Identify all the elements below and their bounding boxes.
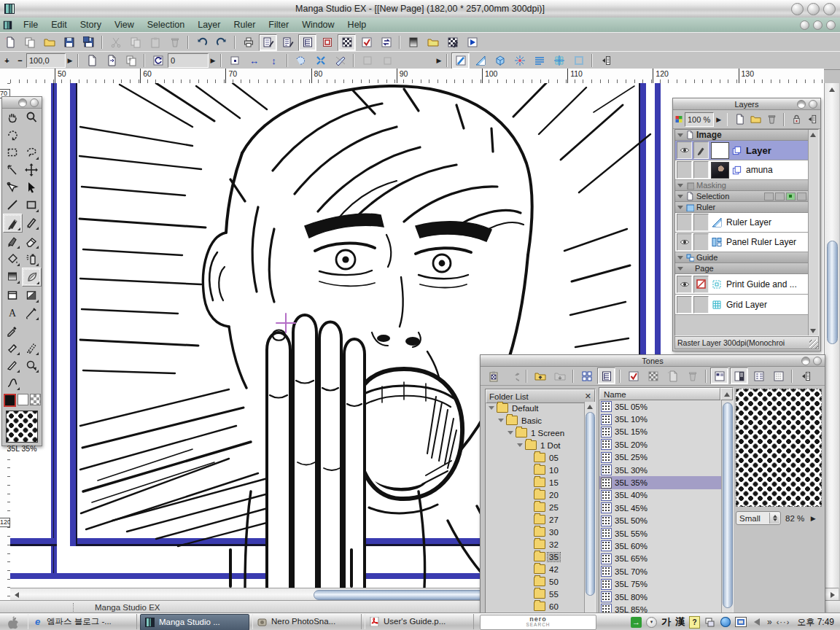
more-tools-arrow[interactable]: ▶ — [435, 55, 443, 66]
collapse-triangle-icon[interactable] — [677, 184, 683, 187]
layer-row-grid-layer[interactable]: Grid Layer — [675, 295, 809, 315]
maximize-button[interactable] — [807, 3, 820, 15]
toggle-navigator-button[interactable] — [318, 34, 336, 51]
layer-row-ruler-layer[interactable]: Ruler Layer — [675, 213, 809, 233]
white-swatch[interactable] — [18, 394, 28, 405]
selection-chip[interactable] — [797, 192, 806, 201]
new-tone-button[interactable] — [664, 368, 682, 384]
tree-expander-icon[interactable] — [489, 406, 494, 410]
panel-cutter-tool[interactable] — [22, 287, 40, 304]
tree-node[interactable]: 05 — [486, 451, 585, 464]
nero-search-deskband[interactable]: nero SEARCH — [480, 615, 596, 630]
toolbar-panel-button[interactable] — [596, 52, 615, 69]
set-square-button[interactable] — [471, 52, 489, 69]
paste-tone-button[interactable] — [484, 368, 502, 384]
show-preview-button[interactable] — [730, 368, 748, 384]
tree-expander-icon[interactable] — [526, 529, 532, 534]
rotation-presets-arrow[interactable]: ▶ — [209, 55, 217, 66]
tree-node[interactable]: 1 Dot — [486, 439, 585, 451]
visibility-toggle[interactable] — [677, 141, 692, 159]
line-tool[interactable] — [3, 196, 21, 214]
tone-list-item[interactable]: 35L 35% — [599, 476, 722, 489]
palette-close-button[interactable] — [30, 98, 39, 107]
tree-expander-icon[interactable] — [526, 480, 532, 485]
palette-collapse-button[interactable] — [18, 98, 27, 107]
flip-vertical-button[interactable]: ↕ — [265, 52, 283, 69]
tree-node[interactable]: 35 — [486, 551, 585, 563]
menu-item[interactable]: Layer — [191, 20, 227, 30]
tree-expander-icon[interactable] — [526, 517, 532, 522]
tree-node[interactable]: 25 — [486, 501, 585, 513]
pages-button[interactable] — [122, 52, 140, 69]
tray-chevron-icon[interactable]: » — [767, 617, 772, 627]
menu-item[interactable]: Ruler — [227, 20, 262, 30]
toggle-properties-button[interactable] — [357, 34, 376, 51]
tree-node[interactable]: Default — [486, 402, 585, 414]
pencil-tool[interactable] — [22, 214, 40, 231]
rotation-value-field[interactable]: 0 — [168, 53, 209, 68]
tray-volume-icon[interactable] — [751, 616, 763, 628]
layer-select-tool[interactable] — [22, 179, 40, 196]
start-button[interactable] — [0, 615, 25, 629]
undo-button[interactable] — [192, 34, 211, 51]
list-view-button[interactable] — [597, 368, 615, 384]
layer-row-panel-ruler-layer[interactable]: Panel Ruler Layer — [675, 233, 809, 252]
tree-expander-icon[interactable] — [526, 554, 532, 559]
draw-toggle[interactable] — [693, 161, 709, 179]
taskbar-button[interactable]: Nero PhotoSna... — [252, 614, 362, 629]
black-swatch[interactable] — [4, 394, 16, 407]
delete-tone-button[interactable] — [683, 368, 701, 384]
tray-window-icon[interactable] — [704, 616, 716, 628]
draw-toggle[interactable] — [693, 141, 709, 159]
toggle-tones-palette-button[interactable] — [338, 34, 356, 51]
redo-button[interactable] — [212, 34, 230, 51]
scroll-up-arrow[interactable] — [585, 402, 594, 411]
spinner-icon[interactable] — [769, 513, 779, 524]
opacity-presets-arrow[interactable]: ▶ — [715, 114, 723, 125]
current-tone-swatch[interactable] — [6, 411, 38, 443]
new-layer-button[interactable] — [733, 111, 746, 128]
eyedropper-tool[interactable] — [3, 322, 21, 339]
layer-row-amuna[interactable]: amuna — [675, 160, 809, 180]
eraser-tool[interactable] — [22, 233, 40, 250]
folder-tree-scrollbar[interactable] — [584, 402, 595, 626]
ungroup-button[interactable] — [378, 52, 396, 69]
folder-up-button[interactable] — [531, 368, 549, 384]
tone-list-scrollbar[interactable] — [721, 400, 733, 626]
layer-opacity-field[interactable]: 100 % — [685, 112, 714, 127]
vertical-scroll-thumb[interactable] — [827, 241, 838, 344]
layer-color-icon[interactable] — [674, 114, 683, 125]
collapse-triangle-icon[interactable] — [677, 133, 683, 137]
copy-button[interactable] — [126, 34, 144, 51]
selection-chip-active[interactable] — [786, 192, 796, 201]
tone-sample-button[interactable] — [644, 368, 662, 384]
selection-convert-button[interactable] — [311, 52, 330, 69]
tones-panel-button[interactable] — [796, 368, 814, 384]
panel-tool[interactable] — [3, 287, 21, 304]
zoom-presets-arrow[interactable]: ▶ — [66, 55, 74, 66]
tone-list-item[interactable]: 35L 60% — [599, 540, 722, 552]
layers-scrollbar[interactable] — [808, 130, 818, 335]
ime-help-icon[interactable]: ? — [689, 616, 700, 629]
rotate-tone-button[interactable] — [504, 368, 522, 384]
tray-launch-icon[interactable]: → — [631, 617, 642, 628]
tree-expander-icon[interactable] — [526, 591, 532, 596]
knife-tool[interactable] — [3, 357, 21, 374]
tray-globe-icon[interactable] — [720, 617, 731, 627]
selection-filter-button[interactable] — [331, 52, 349, 69]
text-tool[interactable]: A — [3, 304, 21, 322]
scroll-left-arrow[interactable] — [11, 589, 22, 600]
pen-tool[interactable] — [3, 214, 23, 233]
layer-name[interactable]: Ruler Layer — [726, 217, 771, 228]
save-button[interactable] — [60, 34, 78, 51]
move-tool[interactable] — [22, 161, 40, 179]
delete-button[interactable] — [166, 34, 184, 51]
menu-item[interactable]: Selection — [141, 20, 191, 30]
menu-item[interactable]: File — [17, 20, 44, 30]
toggle-actions-button[interactable] — [377, 34, 395, 51]
marker-tool[interactable] — [3, 233, 21, 250]
group-button[interactable] — [358, 52, 376, 69]
layer-section-masking[interactable]: Masking — [675, 180, 809, 191]
scroll-up-arrow[interactable] — [720, 388, 733, 400]
menu-item[interactable]: Story — [74, 20, 108, 30]
